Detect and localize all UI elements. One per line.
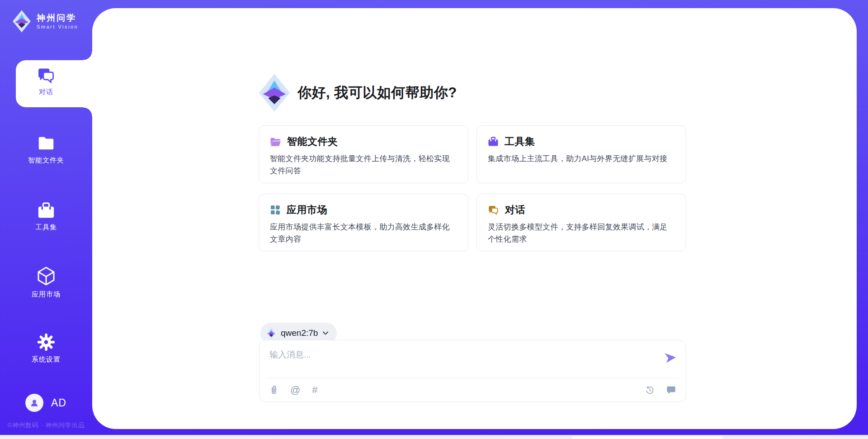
hashtag-button[interactable]: # [312, 385, 317, 395]
chat-bubbles-icon [488, 205, 499, 215]
user-initials: AD [51, 397, 66, 409]
sidebar-item-label: 对话 [0, 88, 92, 96]
sidebar-item-app-market[interactable]: 应用市场 [0, 266, 92, 299]
composer-toolbar: @ # [259, 378, 686, 402]
card-title: 工具集 [505, 135, 535, 148]
chat-bubble-icon [666, 386, 676, 395]
sidebar-item-settings[interactable]: 系统设置 [0, 333, 92, 364]
scrollbar-thumb[interactable] [572, 436, 723, 439]
brand-subtitle: Smart Vision [37, 24, 78, 29]
greeting-text: 你好, 我可以如何帮助你? [297, 83, 457, 102]
card-description: 集成市场上主流工具，助力AI与外界无缝扩展与对接 [488, 153, 670, 165]
message-composer: @ # [259, 340, 686, 402]
hash-icon: # [312, 385, 317, 395]
model-diamond-icon [266, 327, 276, 339]
chat-icon [37, 67, 56, 84]
card-chat[interactable]: 对话 灵活切换多模型文件，支持多样回复效果调试，满足个性化需求 [476, 194, 686, 252]
card-description: 应用市场提供丰富长文本模板，助力高效生成多样化文章内容 [270, 221, 452, 245]
at-icon: @ [290, 385, 300, 395]
app-grid-icon [270, 205, 281, 215]
gear-icon [37, 333, 56, 352]
card-title: 智能文件夹 [287, 135, 338, 148]
card-toolbox[interactable]: 工具集 集成市场上主流工具，助力AI与外界无缝扩展与对接 [476, 125, 686, 183]
card-title: 应用市场 [287, 203, 327, 217]
card-app-market[interactable]: 应用市场 应用市场提供丰富长文本模板，助力高效生成多样化文章内容 [259, 194, 468, 252]
card-description: 智能文件夹功能支持批量文件上传与清洗，轻松实现文件问答 [270, 153, 452, 177]
sidebar-item-smart-folder[interactable]: 智能文件夹 [0, 134, 92, 165]
sidebar-item-chat[interactable]: 对话 [0, 67, 92, 96]
message-input[interactable] [259, 340, 686, 377]
user-account[interactable]: AD [25, 394, 66, 412]
person-icon [29, 398, 39, 408]
card-description: 灵活切换多模型文件，支持多样回复效果调试，满足个性化需求 [488, 221, 670, 245]
sidebar-item-label: 工具集 [0, 223, 92, 232]
folder-icon [37, 134, 56, 153]
folder-open-icon [270, 137, 281, 147]
history-icon [645, 386, 655, 395]
briefcase-icon [488, 136, 499, 147]
chevron-down-icon [322, 331, 329, 335]
send-icon [663, 351, 676, 364]
sidebar-item-label: 应用市场 [0, 290, 92, 299]
copyright-footer: ©神州数码 · 神州问学出品 [0, 421, 92, 429]
sidebar: 神州问学 Smart Vision 对话 智能文件夹 工具集 [0, 0, 92, 439]
card-title: 对话 [505, 203, 525, 217]
feature-cards: 智能文件夹 智能文件夹功能支持批量文件上传与清洗，轻松实现文件问答 工具集 集成… [259, 125, 687, 252]
tab-fillet-top [83, 51, 92, 60]
toolbox-icon [37, 201, 56, 220]
new-chat-button[interactable] [666, 386, 676, 395]
assistant-diamond-icon [259, 73, 290, 112]
cube-icon [36, 266, 56, 286]
brand-diamond-icon [12, 10, 32, 33]
main-panel: 你好, 我可以如何帮助你? 智能文件夹 智能文件夹功能支持批量文件上传与清洗，轻… [92, 8, 857, 429]
card-smart-folder[interactable]: 智能文件夹 智能文件夹功能支持批量文件上传与清洗，轻松实现文件问答 [259, 125, 468, 183]
brand-name: 神州问学 [37, 13, 78, 24]
sidebar-item-label: 智能文件夹 [0, 156, 92, 165]
brand-logo: 神州问学 Smart Vision [12, 10, 78, 33]
paperclip-icon [269, 385, 278, 395]
history-button[interactable] [645, 386, 655, 395]
tab-fillet-bottom [83, 107, 92, 116]
greeting: 你好, 我可以如何帮助你? [259, 73, 457, 112]
avatar [25, 394, 43, 412]
sidebar-item-toolbox[interactable]: 工具集 [0, 201, 92, 232]
sidebar-item-label: 系统设置 [0, 355, 92, 364]
attach-file-button[interactable] [269, 385, 278, 395]
horizontal-scrollbar[interactable] [0, 435, 868, 439]
model-name: qwen2:7b [281, 328, 318, 338]
mention-button[interactable]: @ [290, 385, 300, 395]
send-button[interactable] [663, 351, 676, 364]
